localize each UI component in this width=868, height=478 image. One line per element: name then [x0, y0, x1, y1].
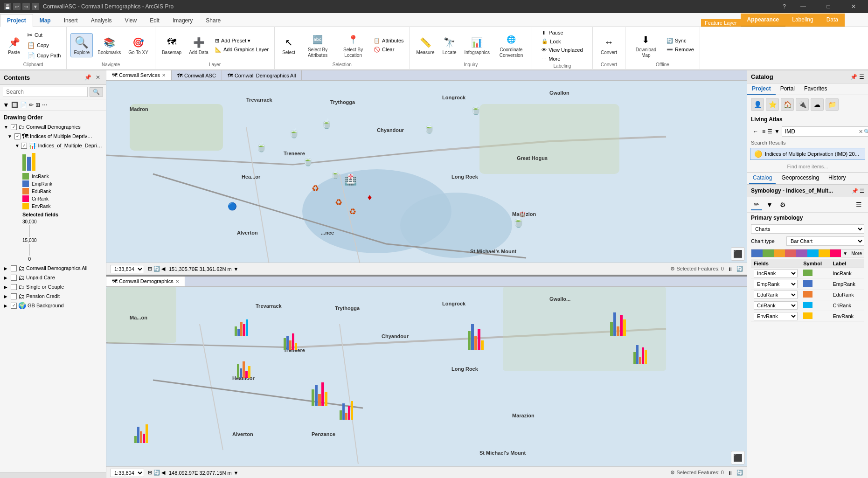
layer-gb-background[interactable]: ▶ ✓ 🌍 GB Background: [0, 301, 106, 310]
catalog-search-input[interactable]: [782, 127, 858, 136]
clear-btn[interactable]: 🚫Clear: [372, 46, 405, 54]
catalog-icon-star[interactable]: ⭐: [766, 98, 779, 111]
tab-appearance[interactable]: Appearance: [741, 14, 786, 27]
refresh-btn2[interactable]: 🔄: [153, 470, 160, 476]
catalog-icon-cloud[interactable]: ☁: [811, 98, 824, 111]
tab-imagery[interactable]: Imagery: [166, 14, 199, 27]
refresh-icon-status[interactable]: 🔄: [736, 266, 743, 272]
bookmarks-btn[interactable]: 📚 Bookmarks: [95, 34, 124, 57]
expand-arrow5[interactable]: ▶: [4, 275, 9, 280]
map-tab-cornwall-asc[interactable]: 🗺 Cornwall ASC: [172, 70, 222, 80]
layer-indices-multiple[interactable]: ▼ ✓ 🗺 Indices of Multiple Deprivation (I…: [0, 132, 106, 141]
lock-btn[interactable]: 🔒Lock: [540, 37, 584, 45]
layer-pension-credit[interactable]: ▶ 🗂 Pension Credit: [0, 291, 106, 301]
chart-type-select[interactable]: Bar Chart: [786, 236, 864, 246]
refresh-icon-status2[interactable]: 🔄: [736, 470, 743, 476]
expand-arrow4[interactable]: ▶: [4, 266, 9, 271]
select-btn[interactable]: ↖ Select: [278, 34, 299, 57]
layer-checkbox5[interactable]: [11, 275, 17, 281]
catalog-list-btn[interactable]: ☰: [767, 128, 772, 135]
measure-btn[interactable]: 📏 Measure: [414, 34, 437, 57]
infographics-btn[interactable]: 📊 Infographics: [461, 34, 492, 57]
tab-edit[interactable]: Edit: [143, 14, 166, 27]
layer-cornwall-demographics-all[interactable]: ▶ 🗂 Cornwall Demographics All: [0, 263, 106, 273]
more-labeling-btn[interactable]: ⋯More: [540, 55, 584, 62]
expand-arrow7[interactable]: ▶: [4, 294, 9, 299]
layer-checkbox7[interactable]: [11, 293, 17, 299]
select-location-btn[interactable]: 📍 Select By Location: [336, 31, 370, 60]
marker1[interactable]: 🍵: [256, 141, 267, 152]
filter-more-icon[interactable]: ⋯: [42, 102, 48, 108]
color-more-btn[interactable]: ▼: [841, 249, 849, 257]
expand-arrow3[interactable]: ▼: [15, 143, 20, 148]
sync-btn[interactable]: 🔄Sync: [665, 37, 696, 45]
catalog-icon-folder[interactable]: 📁: [826, 98, 839, 111]
search-result-item[interactable]: 🟡 Indices of Multiple Deprivation (IMD) …: [750, 148, 865, 160]
marker-red-diamond[interactable]: ♦: [368, 193, 372, 202]
top-map-canvas[interactable]: Madron Trevarrack Trythogga Longrock Gwa…: [106, 81, 747, 263]
marker-red2[interactable]: ♻: [335, 197, 342, 208]
catalog-clear-icon[interactable]: ✕: [859, 129, 863, 135]
attributes-btn[interactable]: 📋Attributes: [372, 37, 405, 45]
symb-settings-btn[interactable]: ⚙: [777, 199, 788, 210]
layer-checkbox3[interactable]: ✓: [21, 143, 27, 149]
coord-conversion-btn[interactable]: 🌐 Coordinate Conversion: [494, 31, 528, 60]
view-unplaced-btn[interactable]: 👁View Unplaced: [540, 46, 584, 54]
explore-btn[interactable]: 🔍 Explore: [70, 33, 93, 57]
marker3[interactable]: 🍵: [302, 155, 314, 166]
grid-btn[interactable]: ⊞: [148, 266, 152, 272]
catalog-icon-people[interactable]: 👤: [751, 98, 764, 111]
refresh-btn[interactable]: 🔄: [153, 266, 160, 272]
pause-icon-status[interactable]: ⏸: [728, 266, 733, 272]
map-tab-bottom-cornwall[interactable]: 🗺 Cornwall Demographics ✕: [106, 277, 185, 286]
goto-xy-btn[interactable]: 🎯 Go To XY: [125, 34, 151, 57]
close-btn[interactable]: ✕: [843, 0, 864, 13]
catalog-sort-btn[interactable]: ≡: [762, 128, 765, 135]
add-graphics-btn[interactable]: 📐Add Graphics Layer: [213, 46, 271, 54]
help-icon[interactable]: ?: [780, 3, 789, 10]
marker-purple[interactable]: 🔵: [228, 202, 237, 211]
layer-checkbox[interactable]: ✓: [11, 124, 17, 130]
marker-hospital[interactable]: 🏥: [344, 174, 357, 186]
filter-icon5[interactable]: ⊞: [35, 102, 40, 108]
restore-btn[interactable]: □: [818, 0, 839, 13]
more-btn[interactable]: ▼: [32, 3, 39, 10]
layer-checkbox8[interactable]: ✓: [11, 303, 17, 309]
field-select-crirank[interactable]: CriRank: [754, 301, 798, 310]
contents-close-icon[interactable]: ✕: [94, 73, 102, 82]
horizontal-scrollbar[interactable]: [0, 472, 106, 478]
tab-share[interactable]: Share: [199, 14, 227, 27]
contents-search-btn[interactable]: 🔍: [90, 87, 103, 97]
map-corner-btn-top[interactable]: ⬛: [731, 247, 745, 261]
tab-view[interactable]: View: [118, 14, 143, 27]
top-scale-select[interactable]: 1:33,804: [110, 265, 144, 273]
tab-insert[interactable]: Insert: [57, 14, 84, 27]
marker4[interactable]: 🍵: [321, 118, 333, 129]
tab-data[interactable]: Data: [820, 14, 845, 27]
symb-pin-icon[interactable]: 📌: [852, 188, 858, 194]
primary-symb-select[interactable]: Charts: [751, 224, 864, 234]
contents-search-input[interactable]: [3, 87, 88, 97]
save-btn[interactable]: 💾: [4, 3, 11, 10]
catalog-tab-project[interactable]: Project: [747, 83, 776, 95]
catalog-icon-home[interactable]: 🏠: [781, 98, 794, 111]
basemap-btn[interactable]: 🗺 Basemap: [159, 34, 184, 57]
layer-single-couple[interactable]: ▶ 🗂 Single or Couple: [0, 282, 106, 291]
symb-menu-icon[interactable]: ☰: [860, 188, 864, 194]
field-select-emprank[interactable]: EmpRank: [754, 280, 798, 288]
marker-orange[interactable]: 🍵: [330, 169, 340, 180]
map-tab-cornwall-demographics[interactable]: 🗺 Cornwall Demographics All: [222, 70, 302, 80]
marker-red1[interactable]: ♻: [312, 183, 319, 194]
bottom-scale-select[interactable]: 1:33,804: [110, 469, 144, 477]
filter-icon2[interactable]: 🔲: [11, 102, 18, 108]
marker-marazion[interactable]: 🍵: [512, 216, 525, 228]
add-data-btn[interactable]: ➕ Add Data: [186, 34, 211, 57]
expand-arrow[interactable]: ▼: [4, 125, 9, 130]
pin-icon[interactable]: 📌: [83, 73, 92, 82]
layer-checkbox6[interactable]: [11, 284, 17, 290]
catalog-filter-btn[interactable]: ▼: [774, 128, 780, 135]
field-select-edurank[interactable]: EduRank: [754, 291, 798, 299]
catalog-tab-portal[interactable]: Portal: [776, 83, 799, 95]
cb-tab-catalog[interactable]: Catalog: [749, 173, 776, 184]
catalog-icon-connect[interactable]: 🔌: [796, 98, 809, 111]
